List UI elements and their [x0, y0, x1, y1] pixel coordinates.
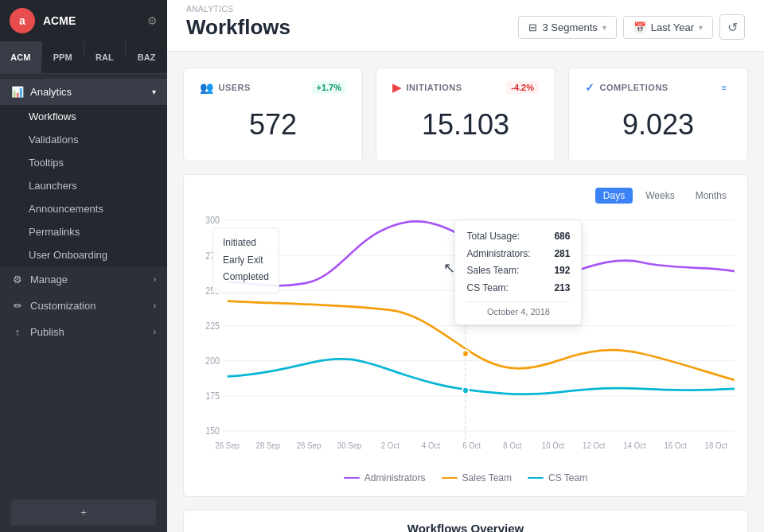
- svg-text:16 Oct: 16 Oct: [664, 441, 687, 450]
- plus-icon: ＋: [79, 506, 88, 519]
- sidebar: a ACME ⚙ ACM PPM RAL BAZ 📊 Analytics ▾: [0, 0, 167, 532]
- analytics-submenu: Workflows Validations Tooltips Launchers…: [0, 105, 167, 266]
- sidebar-item-tooltips[interactable]: Tooltips: [0, 151, 167, 174]
- stat-card-users: 👥 USERS +1.7% 572: [183, 68, 363, 161]
- breadcrumb: ANALYTICS: [186, 5, 518, 14]
- chart-legend: Administrators Sales Team CS Team: [197, 472, 735, 483]
- chart-area: Initiated Early Exit Completed ↖: [197, 212, 735, 466]
- sidebar-pill-baz[interactable]: BAZ: [126, 41, 167, 73]
- segments-filter[interactable]: ⊟ 3 Segments ▾: [518, 16, 616, 39]
- sidebar-pill-ppm[interactable]: PPM: [42, 41, 84, 73]
- stat-cards: 👥 USERS +1.7% 572 ▶ INITIATIONS -4.2% 15…: [183, 68, 748, 161]
- svg-text:28 Sep: 28 Sep: [297, 441, 322, 450]
- users-badge: +1.7%: [312, 81, 347, 94]
- svg-text:300: 300: [205, 216, 220, 226]
- refresh-button[interactable]: ↺: [719, 14, 745, 40]
- add-button[interactable]: ＋: [11, 499, 156, 526]
- legend-dot-admin: [344, 477, 360, 479]
- chart-label-initiated: Initiated: [223, 235, 269, 252]
- table-header: Workflows Overview: [184, 511, 747, 532]
- initiations-badge: -4.2%: [506, 81, 539, 94]
- svg-text:200: 200: [205, 355, 220, 366]
- sidebar-header: a ACME ⚙: [0, 0, 167, 41]
- svg-text:30 Sep: 30 Sep: [337, 441, 362, 450]
- chevron-down-icon: ▾: [152, 87, 156, 96]
- legend-cs-team: CS Team: [528, 472, 587, 483]
- svg-point-17: [462, 387, 469, 394]
- chevron-right-icon: ›: [154, 301, 156, 310]
- segments-icon: ⊟: [528, 21, 537, 33]
- table-container: Workflows Overview WORKFLOW NAME COMPLET…: [183, 510, 748, 532]
- svg-text:8 Oct: 8 Oct: [503, 441, 521, 450]
- page-header: ANALYTICS Workflows ⊟ 3 Segments ▾ 📅 Las…: [167, 0, 764, 52]
- analytics-icon: 📊: [11, 86, 24, 98]
- chevron-down-icon: ▾: [699, 23, 703, 32]
- calendar-icon: 📅: [633, 21, 646, 33]
- chevron-right-icon: ›: [154, 328, 156, 336]
- nav-item-customization[interactable]: ✏ Customization ›: [0, 293, 167, 319]
- svg-text:4 Oct: 4 Oct: [422, 441, 440, 450]
- svg-text:175: 175: [205, 390, 220, 401]
- table-title: Workflows Overview: [407, 522, 524, 532]
- svg-text:12 Oct: 12 Oct: [583, 441, 606, 450]
- legend-sales-team: Sales Team: [442, 472, 512, 483]
- completions-icon: ✓: [585, 81, 595, 94]
- stat-card-initiations: ▶ INITIATIONS -4.2% 15.103: [376, 68, 555, 161]
- sidebar-item-permalinks[interactable]: Permalinks: [0, 220, 167, 243]
- initiations-value: 15.103: [392, 102, 539, 148]
- sidebar-pill-acm[interactable]: ACM: [0, 41, 41, 73]
- app-name: ACME: [43, 14, 147, 27]
- svg-text:28 Sep: 28 Sep: [256, 441, 281, 450]
- nav-section-analytics: 📊 Analytics ▾ Workflows Validations Tool…: [0, 79, 167, 266]
- sidebar-pill-ral[interactable]: RAL: [84, 41, 126, 73]
- completions-badge: ≡: [717, 81, 731, 94]
- sidebar-item-workflows[interactable]: Workflows: [0, 105, 167, 128]
- nav-item-manage[interactable]: ⚙ Manage ›: [0, 266, 167, 293]
- legend-dot-cs: [528, 477, 544, 479]
- svg-point-15: [462, 235, 469, 242]
- users-value: 572: [200, 102, 346, 148]
- sidebar-item-launchers[interactable]: Launchers: [0, 174, 167, 197]
- svg-text:18 Oct: 18 Oct: [705, 441, 728, 450]
- date-filter[interactable]: 📅 Last Year ▾: [623, 16, 713, 39]
- initiations-icon: ▶: [392, 81, 402, 94]
- users-icon: 👥: [200, 81, 214, 94]
- svg-text:14 Oct: 14 Oct: [623, 441, 646, 450]
- refresh-icon: ↺: [727, 20, 738, 35]
- stat-card-completions: ✓ COMPLETIONS ≡ 9.023: [568, 68, 748, 161]
- svg-text:6 Oct: 6 Oct: [462, 441, 481, 450]
- sidebar-item-announcements[interactable]: Announcements: [0, 197, 167, 220]
- customization-icon: ✏: [11, 300, 24, 312]
- chart-btn-weeks[interactable]: Weeks: [637, 188, 682, 204]
- svg-text:225: 225: [205, 320, 220, 331]
- page-title: Workflows: [186, 15, 518, 40]
- svg-text:26 Sep: 26 Sep: [215, 441, 240, 450]
- sidebar-item-validations[interactable]: Validations: [0, 128, 167, 151]
- chart-container: Days Weeks Months Initiated Early Exit C…: [183, 174, 748, 497]
- svg-text:10 Oct: 10 Oct: [542, 441, 565, 450]
- chart-btn-months[interactable]: Months: [688, 188, 735, 204]
- legend-dot-sales: [442, 477, 458, 479]
- nav-item-publish[interactable]: ↑ Publish ›: [0, 319, 167, 345]
- svg-point-16: [462, 350, 469, 357]
- gear-icon[interactable]: ⚙: [147, 14, 158, 27]
- svg-text:150: 150: [205, 426, 220, 437]
- chart-btn-days[interactable]: Days: [595, 188, 633, 204]
- content-area: 👥 USERS +1.7% 572 ▶ INITIATIONS -4.2% 15…: [167, 52, 764, 532]
- chart-controls: Days Weeks Months: [197, 188, 735, 204]
- svg-text:2 Oct: 2 Oct: [381, 441, 400, 450]
- chart-label-completed: Completed: [223, 269, 269, 286]
- sidebar-item-user-onboarding[interactable]: User Onboarding: [0, 243, 167, 266]
- main-content: ANALYTICS Workflows ⊟ 3 Segments ▾ 📅 Las…: [167, 0, 764, 532]
- chart-label-early-exit: Early Exit: [223, 252, 269, 270]
- chevron-down-icon: ▾: [602, 23, 606, 32]
- chart-label-box: Initiated Early Exit Completed: [212, 227, 279, 293]
- manage-icon: ⚙: [11, 274, 24, 285]
- publish-icon: ↑: [11, 326, 24, 338]
- completions-value: 9.023: [585, 102, 731, 148]
- legend-administrators: Administrators: [344, 472, 426, 483]
- nav-item-analytics[interactable]: 📊 Analytics ▾: [0, 79, 167, 105]
- chevron-right-icon: ›: [154, 275, 156, 284]
- app-logo[interactable]: a: [10, 8, 35, 33]
